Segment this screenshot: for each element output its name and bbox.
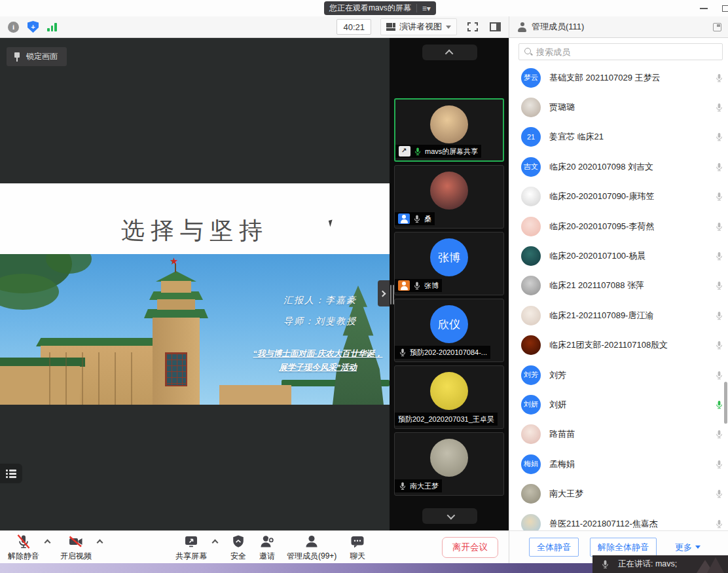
video-tile[interactable]: 预防202_2020207031_王卓昊: [394, 365, 504, 429]
member-row[interactable]: 临床20-2020107090-康玮笠: [509, 182, 728, 212]
mic-status-icon[interactable]: [714, 281, 724, 291]
member-row[interactable]: 临床20-2020107095-李荷然: [509, 212, 728, 241]
view-options-button[interactable]: [0, 464, 22, 483]
speaking-text: 正在讲话: mavs;: [618, 559, 677, 570]
avatar: [521, 246, 541, 266]
pin-view-label: 锁定画面: [26, 51, 58, 62]
mic-status-icon[interactable]: [714, 310, 724, 320]
video-tile[interactable]: 桑: [394, 165, 504, 229]
info-icon[interactable]: i: [8, 22, 19, 33]
member-row[interactable]: 21 姜宜芯 临床21: [509, 122, 728, 152]
member-row[interactable]: 兽医211-2021807112-焦嘉杰: [509, 509, 728, 530]
member-row[interactable]: 临床21-2021107089-唐江渝: [509, 301, 728, 330]
fullscreen-icon[interactable]: [467, 22, 478, 31]
member-row[interactable]: 刘芳 刘芳: [509, 360, 728, 390]
scrollbar-thumb[interactable]: [724, 382, 727, 424]
chat-bubble-icon: [350, 534, 365, 549]
participant-name: 桑: [424, 214, 431, 224]
video-tile[interactable]: 张博 张博: [394, 232, 504, 295]
manage-members-button[interactable]: 管理成员(99+): [287, 533, 337, 562]
top-toolbar: i + 40:21 演讲者视图 管理成员(111): [0, 16, 728, 38]
start-video-button[interactable]: 开启视频: [60, 533, 92, 562]
member-name: 孟梅娟: [549, 458, 575, 470]
member-row[interactable]: 南大王梦: [509, 479, 728, 508]
avatar: [430, 172, 468, 210]
search-members-input[interactable]: [536, 47, 717, 57]
mic-status-icon[interactable]: [714, 251, 724, 261]
expand-strip-button[interactable]: [378, 280, 390, 306]
titlebar: 您正在观看mavs的屏幕 ≡▾: [0, 0, 728, 16]
mic-status-icon[interactable]: [714, 103, 724, 113]
chat-button[interactable]: 聊天: [350, 533, 365, 562]
scroll-down-button[interactable]: [422, 508, 477, 524]
manage-members-label: 管理成员(99+): [287, 551, 337, 562]
encryption-shield-icon[interactable]: +: [27, 21, 39, 33]
video-options-chevron[interactable]: [97, 540, 103, 546]
mic-status-icon[interactable]: [714, 341, 724, 350]
member-row[interactable]: 路苗苗: [509, 420, 728, 449]
pin-icon: [13, 52, 21, 62]
mic-status-icon[interactable]: [714, 73, 724, 83]
pin-view-button[interactable]: 锁定画面: [7, 47, 67, 66]
mic-status-icon[interactable]: [714, 489, 724, 499]
meeting-window: 您正在观看mavs的屏幕 ≡▾ i + 40:21 演讲者视图 管理成员(111…: [0, 0, 728, 573]
avatar: [521, 217, 541, 236]
side-panel-toggle-icon[interactable]: [490, 22, 501, 31]
chevron-up-icon: [445, 49, 453, 58]
tower-level: [161, 281, 191, 293]
popout-panel-icon[interactable]: [713, 23, 721, 31]
member-row[interactable]: 临床21 2021107088 张萍: [509, 271, 728, 301]
member-name: 临床20-2020107100-杨晨: [549, 250, 646, 262]
avatar: 梅娟: [521, 454, 541, 474]
member-row[interactable]: 梅娟 孟梅娟: [509, 449, 728, 479]
tile-name-label: mavs的屏幕共享: [395, 145, 481, 158]
security-shield-icon: [231, 534, 246, 549]
member-row[interactable]: 梦云 基础支部 2021107029 王梦云: [509, 63, 728, 92]
invite-button[interactable]: 邀请: [259, 533, 275, 562]
video-tile[interactable]: 欣仪 预防202-2020107084-...: [394, 299, 504, 362]
tile-name-label: 预防202-2020107084-...: [395, 346, 490, 359]
view-mode-dropdown[interactable]: 演讲者视图: [380, 18, 457, 35]
chevron-down-icon: [695, 545, 701, 549]
member-row[interactable]: 吉文 临床20 2020107098 刘吉文: [509, 152, 728, 181]
audio-status-badge: [398, 213, 410, 224]
scroll-up-button[interactable]: [422, 45, 477, 60]
member-row[interactable]: 贾璐璐: [509, 92, 728, 122]
avatar: [521, 484, 541, 504]
mute-all-button[interactable]: 全体静音: [529, 538, 579, 557]
mic-status-icon[interactable]: [714, 430, 724, 439]
tower-level: [157, 299, 195, 310]
mic-status-icon[interactable]: [714, 192, 724, 202]
connection-quality-icon[interactable]: [47, 23, 57, 31]
mic-status-icon[interactable]: [714, 459, 724, 469]
unmute-all-button[interactable]: 解除全体静音: [590, 538, 657, 557]
minimize-icon[interactable]: [700, 8, 708, 9]
maximize-icon[interactable]: [722, 5, 728, 12]
member-name: 临床20-2020107090-康玮笠: [549, 191, 654, 202]
tower-window: [165, 352, 187, 386]
banner-menu-icon[interactable]: ≡▾: [422, 5, 431, 12]
unmute-button[interactable]: 解除静音: [8, 533, 39, 562]
avatar: [430, 372, 468, 410]
participant-name: 南大王梦: [410, 481, 439, 491]
chevron-down-icon: [446, 511, 455, 519]
mic-status-icon[interactable]: [714, 399, 724, 409]
member-row[interactable]: 刘妍 刘妍: [509, 390, 728, 419]
member-row[interactable]: 临床20-2020107100-杨晨: [509, 241, 728, 270]
leave-meeting-button[interactable]: 离开会议: [442, 537, 498, 558]
mic-status-icon[interactable]: [714, 370, 724, 380]
mic-status-icon[interactable]: [714, 519, 724, 528]
video-tile[interactable]: 南大王梦: [394, 432, 504, 496]
member-row[interactable]: 临床21团支部-2021107108殷文: [509, 331, 728, 360]
share-options-chevron[interactable]: [212, 540, 219, 546]
video-tile[interactable]: mavs的屏幕共享: [394, 98, 504, 162]
share-screen-button[interactable]: 共享屏幕: [175, 533, 207, 562]
security-button[interactable]: 安全: [230, 533, 246, 562]
mic-status-icon[interactable]: [714, 221, 724, 231]
start-video-label: 开启视频: [60, 551, 92, 562]
mic-status-icon[interactable]: [714, 132, 724, 142]
mic-status-icon[interactable]: [714, 162, 724, 172]
more-button[interactable]: 更多: [675, 542, 701, 553]
mic-options-chevron[interactable]: [45, 540, 51, 546]
list-icon: [6, 470, 16, 477]
